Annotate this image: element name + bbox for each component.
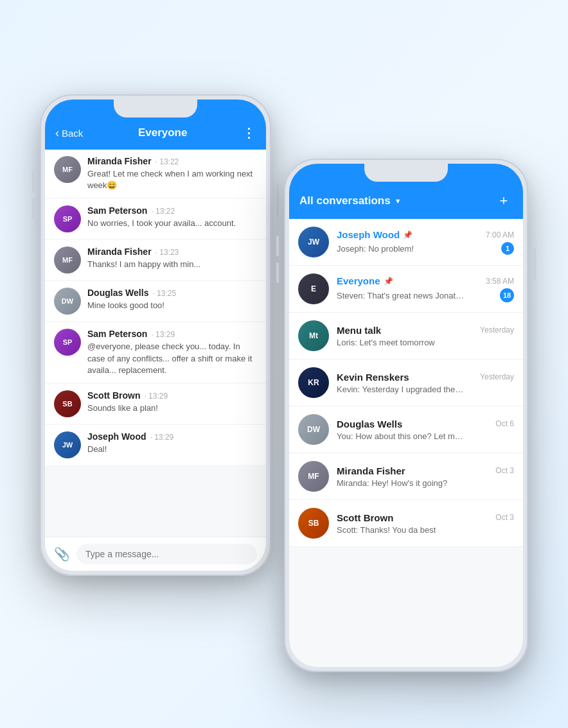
conv-bottom: Loris: Let's meet tomorrow [337, 338, 514, 347]
new-conversation-button[interactable]: + [495, 192, 513, 210]
conv-name: Scott Brown [337, 512, 393, 523]
message-header: Miranda Fisher · 13:22 [87, 156, 257, 166]
avatar: SP [54, 205, 81, 232]
message-time: · 13:29 [150, 433, 174, 442]
message-input[interactable] [76, 544, 257, 564]
conv-bottom: You: How about this one? Let me... [337, 431, 514, 441]
avatar: SP [54, 329, 81, 356]
conv-name: Kevin Renskers [337, 372, 409, 383]
message-content: Scott Brown · 13:29 Sounds like a plan! [87, 390, 257, 417]
conv-bottom: Joseph: No problem! 1 [337, 242, 514, 255]
conversation-item[interactable]: DW Douglas Wells Oct 6 You: How about th… [289, 406, 523, 453]
message-text: Sounds like a plan! [87, 403, 257, 414]
avatar: MF [54, 156, 81, 183]
message-text: Deal! [87, 444, 257, 455]
message-sender: Miranda Fisher [87, 156, 152, 166]
conv-avatar: KR [298, 367, 329, 398]
unread-badge: 18 [500, 288, 514, 302]
message-content: Joseph Wood · 13:29 Deal! [87, 431, 257, 458]
message-text: Great! Let me check when I am working ne… [87, 168, 257, 191]
conv-preview: You: How about this one? Let me... [337, 431, 465, 441]
message-header: Douglas Wells · 13:25 [87, 288, 257, 298]
message-sender: Scott Brown [87, 390, 140, 401]
message-sender: Joseph Wood [87, 431, 146, 442]
conv-content: Joseph Wood📌 7:00 AM Joseph: No problem!… [337, 229, 514, 255]
back-button[interactable]: ‹ Back [55, 126, 83, 140]
attach-icon[interactable]: 📎 [54, 546, 70, 562]
message-item: SP Sam Peterson · 13:22 No worries, I to… [45, 199, 266, 239]
conv-preview: Kevin: Yesterday I upgraded the comp... [337, 385, 465, 394]
conv-time: 3:58 AM [486, 277, 514, 286]
avatar: MF [54, 247, 81, 273]
message-content: Sam Peterson · 13:29 @everyone, please c… [87, 329, 257, 376]
message-header: Scott Brown · 13:29 [87, 390, 257, 401]
message-list: MF Miranda Fisher · 13:22 Great! Let me … [45, 150, 266, 537]
conv-name: Joseph Wood📌 [337, 229, 413, 240]
message-time: · 13:29 [151, 330, 175, 339]
left-phone-screen: ‹ Back Everyone ⋮ MF Miranda Fisher · 13… [45, 100, 266, 571]
message-content: Miranda Fisher · 13:23 Thanks! I am happ… [87, 247, 257, 273]
message-sender: Douglas Wells [87, 288, 148, 298]
conv-bottom: Miranda: Hey! How's it going? [337, 478, 514, 488]
message-sender: Miranda Fisher [87, 247, 152, 257]
conv-top: Miranda Fisher Oct 3 [337, 465, 514, 476]
message-time: · 13:29 [144, 392, 168, 401]
conv-time: Oct 3 [495, 466, 514, 475]
conv-time: 7:00 AM [486, 230, 514, 239]
message-header: Miranda Fisher · 13:23 [87, 247, 257, 257]
message-text: Mine looks good too! [87, 300, 257, 311]
conv-preview: Steven: That's great news Jonathan! [337, 291, 465, 300]
conversation-item[interactable]: JW Joseph Wood📌 7:00 AM Joseph: No probl… [289, 219, 523, 266]
conversation-item[interactable]: KR Kevin Renskers Yesterday Kevin: Yeste… [289, 360, 523, 406]
conv-bottom: Kevin: Yesterday I upgraded the comp... [337, 385, 514, 394]
chat-title: Everyone [138, 126, 188, 139]
back-label: Back [62, 128, 83, 139]
message-header: Joseph Wood · 13:29 [87, 431, 257, 442]
conversation-item[interactable]: Mt Menu talk Yesterday Loris: Let's meet… [289, 313, 523, 360]
message-time: · 13:22 [155, 157, 179, 166]
conv-time: Yesterday [480, 372, 514, 381]
conv-name: Douglas Wells [337, 419, 402, 429]
avatar: SB [54, 390, 81, 417]
conv-top: Joseph Wood📌 7:00 AM [337, 229, 514, 240]
notch-left [114, 100, 197, 117]
notch-right [364, 164, 448, 182]
conversation-item[interactable]: SB Scott Brown Oct 3 Scott: Thanks! You … [289, 500, 523, 547]
avatar: JW [54, 431, 81, 458]
conv-content: Scott Brown Oct 3 Scott: Thanks! You da … [337, 512, 514, 535]
message-content: Douglas Wells · 13:25 Mine looks good to… [87, 288, 257, 315]
conv-avatar: E [298, 273, 329, 304]
conv-content: Menu talk Yesterday Loris: Let's meet to… [337, 325, 514, 347]
conv-bottom: Steven: That's great news Jonathan! 18 [337, 288, 514, 302]
pin-icon: 📌 [403, 230, 413, 239]
avatar: DW [54, 288, 81, 315]
conversation-item[interactable]: E Everyone📌 3:58 AM Steven: That's great… [289, 266, 523, 313]
conv-avatar: DW [298, 414, 329, 445]
conv-top: Everyone📌 3:58 AM [337, 275, 514, 286]
conv-avatar: SB [298, 508, 329, 539]
conv-content: Everyone📌 3:58 AM Steven: That's great n… [337, 275, 514, 302]
conv-top: Douglas Wells Oct 6 [337, 419, 514, 429]
conv-content: Douglas Wells Oct 6 You: How about this … [337, 419, 514, 441]
conversations-title-group[interactable]: All conversations ▼ [299, 195, 402, 207]
message-item: DW Douglas Wells · 13:25 Mine looks good… [45, 281, 266, 321]
more-icon[interactable]: ⋮ [242, 125, 256, 141]
message-header: Sam Peterson · 13:29 [87, 329, 257, 339]
conv-top: Kevin Renskers Yesterday [337, 372, 514, 383]
conv-name: Everyone📌 [337, 275, 393, 286]
message-sender: Sam Peterson [87, 329, 147, 339]
pin-icon: 📌 [384, 277, 393, 286]
conv-preview: Loris: Let's meet tomorrow [337, 338, 435, 347]
conv-content: Kevin Renskers Yesterday Kevin: Yesterda… [337, 372, 514, 394]
conv-avatar: MF [298, 461, 329, 492]
message-time: · 13:22 [151, 207, 175, 216]
conv-avatar: JW [298, 227, 329, 257]
conv-name: Miranda Fisher [337, 465, 405, 476]
conv-content: Miranda Fisher Oct 3 Miranda: Hey! How's… [337, 465, 514, 488]
message-sender: Sam Peterson [87, 205, 147, 216]
message-item: MF Miranda Fisher · 13:22 Great! Let me … [45, 150, 266, 198]
right-phone-screen: All conversations ▼ + JW Joseph Wood📌 7:… [289, 164, 523, 667]
conv-preview: Miranda: Hey! How's it going? [337, 478, 447, 488]
message-content: Sam Peterson · 13:22 No worries, I took … [87, 205, 257, 232]
conversation-item[interactable]: MF Miranda Fisher Oct 3 Miranda: Hey! Ho… [289, 453, 523, 500]
